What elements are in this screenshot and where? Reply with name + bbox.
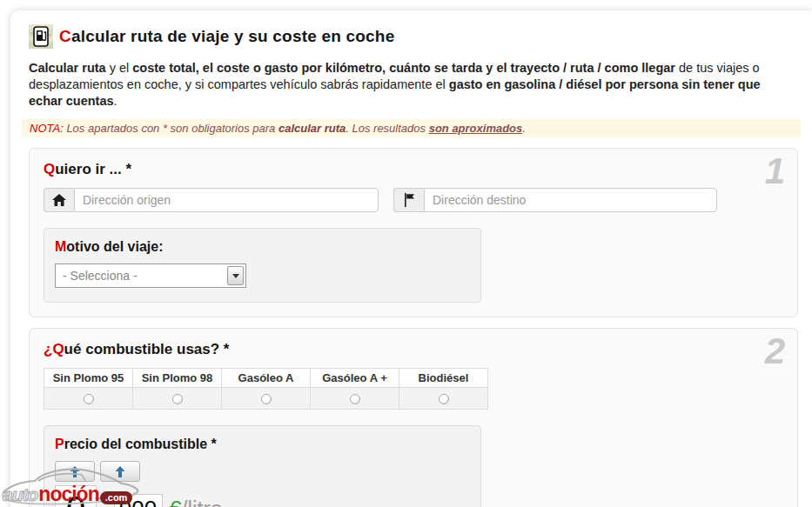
home-icon bbox=[52, 194, 66, 207]
arrow-up-icon bbox=[70, 466, 80, 477]
fuel-price-first-letter: P bbox=[55, 437, 64, 451]
fuel-col-sin-plomo-95: Sin Plomo 95 bbox=[44, 369, 133, 388]
trip-reason-heading: Motivo del viaje: bbox=[55, 239, 470, 255]
page-header: Calcular ruta de viaje y su coste en coc… bbox=[29, 24, 797, 49]
home-addon bbox=[44, 188, 74, 212]
fuel-section-heading: ¿Qué combustible usas? * bbox=[44, 341, 783, 358]
main-panel: Calcular ruta de viaje y su coste en coc… bbox=[10, 10, 812, 507]
fuel-col-gasoleo-a: Gasóleo A bbox=[222, 369, 311, 388]
note-bold: calcular ruta bbox=[278, 122, 346, 135]
fuel-header-row: Sin Plomo 95 Sin Plomo 98 Gasóleo A Gasó… bbox=[44, 369, 488, 388]
price-value-row: . €/litro bbox=[55, 485, 470, 507]
intro-text-3: . bbox=[114, 94, 117, 108]
fuel-heading-first-letter: ¿Q bbox=[44, 341, 64, 357]
trip-reason-rest: otivo del viaje: bbox=[66, 239, 163, 254]
route-section-heading: Quiero ir ... * bbox=[44, 161, 783, 178]
section-number-1: 1 bbox=[765, 150, 785, 192]
route-heading-first-letter: Q bbox=[44, 161, 55, 177]
euros-increment-button[interactable] bbox=[55, 461, 95, 482]
fuel-col-biodiesel: Biodiésel bbox=[399, 369, 488, 388]
trip-reason-selected-value: - Selecciona - bbox=[56, 269, 227, 283]
fuel-pump-map-icon bbox=[29, 24, 53, 49]
price-euros-input[interactable] bbox=[55, 485, 97, 507]
fuel-col-sin-plomo-98: Sin Plomo 98 bbox=[133, 369, 222, 388]
euro-symbol: € bbox=[170, 497, 182, 507]
note-bar: NOTA: Los apartados con * son obligatori… bbox=[22, 119, 801, 137]
price-unit: €/litro bbox=[170, 497, 223, 507]
page-title: Calcular ruta de viaje y su coste en coc… bbox=[59, 27, 394, 46]
origin-address-input[interactable] bbox=[74, 188, 379, 212]
fuel-cell-biodiesel bbox=[399, 388, 488, 410]
fuel-radio-sin-plomo-95[interactable] bbox=[84, 394, 94, 404]
fuel-cell-gasoleo-a bbox=[222, 388, 311, 410]
trip-reason-first-letter: M bbox=[55, 239, 66, 254]
fuel-heading-rest: ué combustible usas? * bbox=[64, 341, 230, 357]
price-decimals-input[interactable] bbox=[114, 494, 163, 507]
destination-address-input[interactable] bbox=[424, 188, 717, 212]
fuel-cell-sin-plomo-98 bbox=[133, 388, 222, 410]
fuel-type-table: Sin Plomo 95 Sin Plomo 98 Gasóleo A Gasó… bbox=[44, 368, 488, 410]
origin-input-group bbox=[44, 188, 379, 212]
per-liter-label: /litro bbox=[181, 497, 222, 507]
arrow-up-icon bbox=[115, 466, 125, 477]
fuel-section: 2 ¿Qué combustible usas? * Sin Plomo 95 … bbox=[29, 328, 798, 507]
route-section: 1 Quiero ir ... * bbox=[29, 148, 798, 317]
note-text-2: . Los resultados bbox=[346, 122, 428, 135]
fuel-cell-gasoleo-a-plus bbox=[311, 388, 399, 410]
route-heading-rest: uiero ir ... * bbox=[55, 161, 131, 177]
destination-input-group bbox=[393, 188, 717, 212]
fuel-radio-gasoleo-a[interactable] bbox=[261, 394, 272, 404]
fuel-radio-gasoleo-a-plus[interactable] bbox=[350, 394, 360, 404]
chevron-down-icon bbox=[232, 274, 239, 278]
flag-icon bbox=[403, 193, 415, 207]
fuel-cell-sin-plomo-95 bbox=[44, 388, 133, 410]
price-increment-row bbox=[55, 461, 470, 482]
note-text-3: . bbox=[522, 122, 526, 135]
flag-addon bbox=[393, 188, 424, 212]
fuel-price-heading: Precio del combustible * bbox=[55, 437, 470, 452]
title-rest: alcular ruta de viaje y su coste en coch… bbox=[71, 27, 394, 45]
trip-reason-box: Motivo del viaje: - Selecciona - bbox=[44, 228, 481, 303]
decimals-increment-button[interactable] bbox=[100, 461, 140, 482]
select-dropdown-button[interactable] bbox=[227, 266, 244, 285]
fuel-col-gasoleo-a-plus: Gasóleo A + bbox=[311, 369, 399, 388]
title-first-letter: C bbox=[59, 27, 71, 45]
intro-text-1: y el bbox=[106, 61, 133, 75]
fuel-radio-sin-plomo-98[interactable] bbox=[172, 394, 183, 404]
note-text-1: Los apartados con * son obligatorios par… bbox=[64, 122, 278, 135]
trip-reason-select[interactable]: - Selecciona - bbox=[55, 264, 246, 288]
fuel-radio-biodiesel[interactable] bbox=[439, 394, 449, 404]
intro-paragraph: Calcular ruta y el coste total, el coste… bbox=[29, 60, 797, 110]
fuel-price-rest: recio del combustible * bbox=[64, 437, 217, 451]
section-number-2: 2 bbox=[765, 330, 785, 372]
fuel-price-box: Precio del combustible * . €/litro bbox=[44, 425, 481, 507]
note-label: NOTA: bbox=[30, 122, 64, 135]
fuel-radio-row bbox=[44, 388, 488, 410]
intro-bold-1: Calcular ruta bbox=[29, 61, 106, 75]
intro-bold-2: coste total, el coste o gasto por kilóme… bbox=[132, 61, 675, 75]
address-inputs-row bbox=[44, 188, 783, 212]
note-underline: son aproximados bbox=[429, 122, 523, 135]
